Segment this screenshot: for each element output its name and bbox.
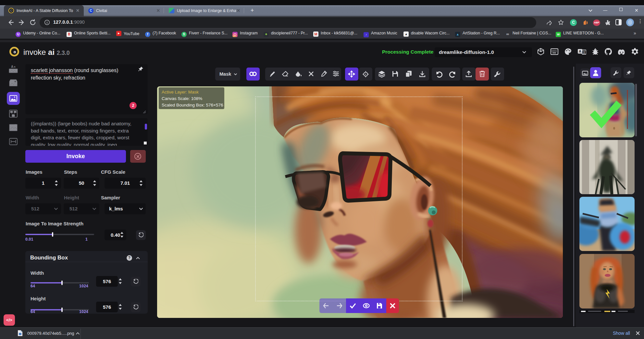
svg-text:文: 文 (583, 51, 586, 54)
svg-text:a: a (14, 65, 16, 68)
svg-text:A: A (579, 49, 581, 53)
svg-text:A: A (11, 65, 13, 69)
